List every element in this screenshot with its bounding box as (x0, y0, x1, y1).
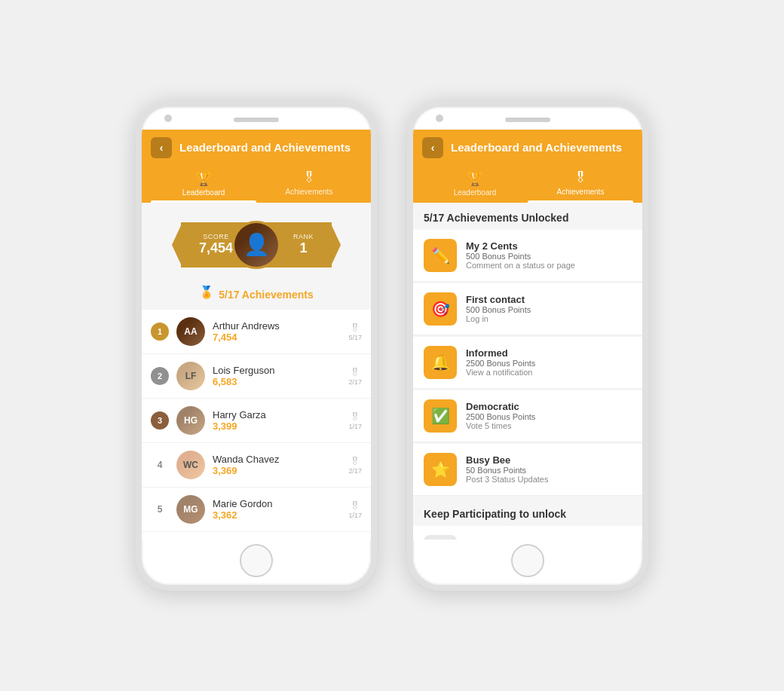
table-row: 2 LF Lois Ferguson 6,583 🎖 2/17 (142, 354, 371, 399)
person-name-5: Marie Gordon (213, 498, 341, 509)
person-name-1: Arthur Andrews (213, 320, 341, 332)
democratic-title: Democratic (466, 401, 632, 412)
ach-badge-1: 🎖 5/17 (348, 322, 362, 341)
phone2-header-top: ‹ Leaderboard and Achievements (422, 137, 633, 158)
phone1-content: Score 7,454 Rank 1 👤 (142, 203, 371, 540)
table-row: 4 WC Wanda Chavez 3,369 🎖 2/17 (142, 443, 371, 488)
leaderboard-tab-label: Leaderboard (182, 188, 225, 197)
tab-leaderboard-2[interactable]: 🏆 Leaderboard (422, 164, 528, 203)
busybee-points: 50 Bonus Points (466, 466, 632, 475)
ach-badge-2: 🎖 2/17 (348, 366, 362, 386)
achievement-my2cents: ✏️ My 2 Cents 500 Bonus Points Comment o… (413, 230, 642, 282)
person-info-1: Arthur Andrews 7,454 (213, 320, 341, 343)
phones-container: ‹ Leaderboard and Achievements 🏆 Leaderb… (106, 71, 678, 621)
hero-section: Score 7,454 Rank 1 👤 (142, 203, 371, 310)
tab-achievements-2[interactable]: 🎖 Achievements (528, 164, 633, 203)
informed-info: Informed 2500 Bonus Points View a notifi… (466, 347, 632, 377)
person-name-3: Harry Garza (213, 409, 341, 420)
rank-badge-1: 1 (151, 323, 169, 341)
locked-achievement-1: 💬 Now you're talking Locked (413, 526, 642, 540)
firstcontact-info: First contact 500 Bonus Points Log in (466, 294, 632, 323)
democratic-desc: Vote 5 times (466, 421, 632, 430)
phone2-tabs: 🏆 Leaderboard 🎖 Achievements (422, 164, 633, 203)
democratic-info: Democratic 2500 Bonus Points Vote 5 time… (466, 401, 632, 430)
tab-leaderboard[interactable]: 🏆 Leaderboard (151, 164, 256, 203)
my2cents-points: 500 Bonus Points (466, 252, 632, 261)
avatar-3: HG (176, 406, 205, 435)
phone1-header-top: ‹ Leaderboard and Achievements (151, 137, 362, 158)
busybee-icon: ⭐ (424, 453, 457, 486)
phone2-header: ‹ Leaderboard and Achievements 🏆 Leaderb… (413, 130, 642, 203)
keep-participating-label: Keep Participating to unlock (413, 497, 642, 526)
rank-badge-3: 3 (151, 411, 169, 430)
tab-achievements[interactable]: 🎖 Achievements (256, 164, 362, 203)
firstcontact-icon: 🎯 (424, 292, 457, 326)
avatar-1: AA (176, 317, 205, 346)
back-button[interactable]: ‹ (151, 137, 172, 158)
hero-avatar: 👤 (232, 221, 280, 269)
back-button-2[interactable]: ‹ (422, 137, 443, 158)
busybee-info: Busy Bee 50 Bonus Points Post 3 Status U… (466, 454, 632, 484)
table-row: 1 AA Arthur Andrews 7,454 🎖 5/17 (142, 310, 371, 354)
achievements-tab-label: Achievements (286, 188, 333, 196)
achievements-screen: 5/17 Achievements Unlocked ✏️ My 2 Cents… (413, 203, 642, 540)
rank-badge-5: 5 (151, 500, 169, 518)
leaderboard-tab-icon: 🏆 (195, 170, 212, 187)
table-row: 5 MG Marie Gordon 3,362 🎖 1/17 (142, 488, 371, 532)
firstcontact-points: 500 Bonus Points (466, 305, 632, 314)
leaderboard-tab-label-2: Leaderboard (454, 188, 497, 197)
ach-badge-3: 🎖 1/17 (348, 411, 362, 430)
person-info-3: Harry Garza 3,399 (213, 409, 341, 432)
score-label: Score (199, 233, 233, 240)
achievement-firstcontact: 🎯 First contact 500 Bonus Points Log in (413, 283, 642, 335)
informed-desc: View a notification (466, 368, 632, 377)
achievements-tab-label-2: Achievements (557, 188, 605, 196)
phone-achievements: ‹ Leaderboard and Achievements 🏆 Leaderb… (407, 101, 648, 591)
leaderboard-list: 1 AA Arthur Andrews 7,454 🎖 5/17 2 (142, 310, 371, 540)
person-name-4: Wanda Chavez (213, 454, 341, 465)
score-value: 7,454 (199, 240, 233, 256)
busybee-desc: Post 3 Status Updates (466, 475, 632, 484)
ribbon-score: Score 7,454 (199, 233, 233, 256)
achievements-count: 5/17 Achievements (219, 289, 314, 301)
achievements-tab-icon: 🎖 (302, 170, 316, 186)
ribbon-container: Score 7,454 Rank 1 👤 (181, 215, 332, 275)
rank-value: 1 (293, 240, 314, 256)
phone2-screen: ‹ Leaderboard and Achievements 🏆 Leaderb… (413, 130, 642, 540)
my2cents-desc: Comment on a status or page (466, 261, 632, 270)
table-row: 3 HG Harry Garza 3,399 🎖 1/17 (142, 399, 371, 443)
person-score-2: 6,583 (213, 376, 341, 387)
person-score-1: 7,454 (213, 332, 341, 343)
phone1-screen: ‹ Leaderboard and Achievements 🏆 Leaderb… (142, 130, 371, 540)
achievement-informed: 🔔 Informed 2500 Bonus Points View a noti… (413, 337, 642, 389)
informed-points: 2500 Bonus Points (466, 359, 632, 368)
my2cents-icon: ✏️ (424, 239, 457, 272)
avatar-2: LF (176, 362, 205, 390)
ach-badge-5: 🎖 1/17 (348, 500, 362, 519)
phone1-header: ‹ Leaderboard and Achievements 🏆 Leaderb… (142, 130, 371, 203)
ach-badge-4: 🎖 2/17 (348, 455, 362, 475)
person-info-2: Lois Ferguson 6,583 (213, 365, 341, 387)
locked-icon-1: 💬 (424, 535, 457, 540)
person-score-4: 3,369 (213, 465, 341, 476)
firstcontact-desc: Log in (466, 314, 632, 323)
achievement-busybee: ⭐ Busy Bee 50 Bonus Points Post 3 Status… (413, 444, 642, 496)
rank-label: Rank (293, 233, 314, 240)
phone-leaderboard: ‹ Leaderboard and Achievements 🏆 Leaderb… (136, 101, 377, 591)
home-button-1[interactable] (240, 544, 273, 577)
leaderboard-tab-icon-2: 🏆 (467, 170, 483, 187)
hero-avatar-img: 👤 (234, 223, 278, 267)
firstcontact-title: First contact (466, 294, 632, 305)
ribbon-rank: Rank 1 (293, 233, 314, 256)
person-info-5: Marie Gordon 3,362 (213, 498, 341, 521)
democratic-points: 2500 Bonus Points (466, 412, 632, 421)
home-button-2[interactable] (511, 544, 544, 577)
my2cents-title: My 2 Cents (466, 240, 632, 252)
my2cents-info: My 2 Cents 500 Bonus Points Comment on a… (466, 240, 632, 270)
achievement-democratic: ✅ Democratic 2500 Bonus Points Vote 5 ti… (413, 390, 642, 442)
achievements-tab-icon-2: 🎖 (574, 170, 587, 186)
person-info-4: Wanda Chavez 3,369 (213, 454, 341, 476)
busybee-title: Busy Bee (466, 454, 632, 466)
informed-icon: 🔔 (424, 346, 457, 379)
informed-title: Informed (466, 347, 632, 359)
